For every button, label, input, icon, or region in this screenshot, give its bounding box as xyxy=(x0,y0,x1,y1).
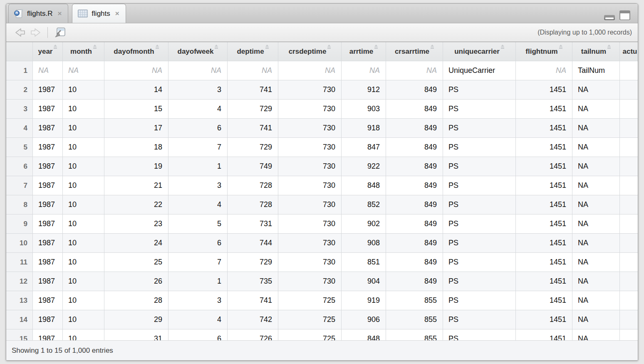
cell-crsarrtime: 849 xyxy=(386,119,443,138)
cell-dayofweek: 5 xyxy=(168,214,228,234)
cell-uniquecarrier: PS xyxy=(443,272,516,291)
sort-indicator-icon xyxy=(156,45,159,49)
column-header-tailnum[interactable]: tailnum xyxy=(572,42,620,61)
minimize-pane-icon[interactable] xyxy=(604,15,615,20)
sort-indicator-icon xyxy=(327,45,331,49)
cell-tailnum: NA xyxy=(572,119,620,138)
cell-dayofmonth: 31 xyxy=(104,329,168,340)
tab-label: flights xyxy=(92,10,110,18)
cell-tailnum: NA xyxy=(572,100,620,119)
show-in-new-window-button[interactable] xyxy=(52,26,68,39)
cell-crsdeptime: 730 xyxy=(278,100,342,119)
cell-dayofweek: 4 xyxy=(168,100,228,119)
cell-uniquecarrier: PS xyxy=(443,329,516,340)
cell-actu xyxy=(620,272,638,291)
cell-year: 1987 xyxy=(33,214,63,234)
cell-dayofmonth: 25 xyxy=(104,253,168,272)
cell-tailnum: NA xyxy=(572,195,620,214)
cell-crsarrtime: 849 xyxy=(386,234,443,253)
sort-indicator-icon xyxy=(607,45,611,49)
cell-arrtime: 906 xyxy=(342,310,386,329)
cell-tailnum: NA xyxy=(572,272,620,291)
data-grid[interactable]: yearmonthdayofmonthdayofweekdeptimecrsde… xyxy=(6,42,638,340)
column-header-dayofmonth[interactable]: dayofmonth xyxy=(104,42,168,61)
cell-arrtime: 902 xyxy=(342,214,386,234)
cell-uniquecarrier: PS xyxy=(443,234,516,253)
close-tab-icon[interactable]: × xyxy=(57,10,62,17)
row-number: 1 xyxy=(6,61,33,80)
cell-flightnum: 1451 xyxy=(516,310,572,329)
cell-actu xyxy=(620,100,638,119)
column-header-year[interactable]: year xyxy=(33,42,63,61)
cell-year: 1987 xyxy=(33,100,63,119)
cell-dayofmonth: 28 xyxy=(104,291,168,310)
cell-dayofweek: 3 xyxy=(168,291,228,310)
records-limit-note: (Displaying up to 1,000 records) xyxy=(537,29,632,36)
cell-crsdeptime: 730 xyxy=(278,157,342,176)
cell-dayofmonth: 24 xyxy=(104,234,168,253)
cell-uniquecarrier: PS xyxy=(443,119,516,138)
cell-dayofmonth: 29 xyxy=(104,310,168,329)
cell-actu xyxy=(620,80,638,100)
cell-deptime: 728 xyxy=(228,195,278,214)
table-row: 13198710283741725919855PS1451NA xyxy=(6,291,638,310)
table-row: 12198710261735730904849PS1451NA xyxy=(6,272,638,291)
cell-tailnum: NA xyxy=(572,234,620,253)
column-header-uniquecarrier[interactable]: uniquecarrier xyxy=(443,42,516,61)
row-number: 6 xyxy=(6,157,33,176)
cell-crsarrtime: 849 xyxy=(386,214,443,234)
cell-tailnum: NA xyxy=(572,157,620,176)
cell-crsarrtime: 855 xyxy=(386,329,443,340)
cell-actu xyxy=(620,214,638,234)
sort-indicator-icon xyxy=(93,45,97,49)
sort-indicator-icon xyxy=(559,45,562,49)
cell-dayofmonth: 19 xyxy=(104,157,168,176)
column-header-crsdeptime[interactable]: crsdeptime xyxy=(278,42,342,61)
cell-deptime: 728 xyxy=(228,176,278,195)
cell-uniquecarrier: PS xyxy=(443,291,516,310)
cell-uniquecarrier: PS xyxy=(443,157,516,176)
row-number: 7 xyxy=(6,176,33,195)
column-header-dayofweek[interactable]: dayofweek xyxy=(168,42,228,61)
column-header-month[interactable]: month xyxy=(63,42,104,61)
cell-month: 10 xyxy=(63,329,104,340)
table-row: 4198710176741730918849PS1451NA xyxy=(6,119,638,138)
cell-flightnum: 1451 xyxy=(516,291,572,310)
column-header-arrtime[interactable]: arrtime xyxy=(342,42,386,61)
table-row: 7198710213728730848849PS1451NA xyxy=(6,176,638,195)
cell-uniquecarrier: PS xyxy=(443,80,516,100)
table-row: 8198710224728730852849PS1451NA xyxy=(6,195,638,214)
forward-button[interactable] xyxy=(28,26,44,39)
cell-arrtime: 912 xyxy=(342,80,386,100)
cell-tailnum: NA xyxy=(572,291,620,310)
cell-tailnum: NA xyxy=(572,176,620,195)
column-header-deptime[interactable]: deptime xyxy=(228,42,278,61)
tab-flights-r[interactable]: R flights.R × xyxy=(8,4,68,23)
cell-dayofmonth: 17 xyxy=(104,119,168,138)
back-button[interactable] xyxy=(12,26,28,39)
maximize-pane-icon[interactable] xyxy=(619,10,630,20)
tab-flights[interactable]: flights × xyxy=(72,4,126,23)
cell-crsarrtime: 849 xyxy=(386,80,443,100)
column-header-actu[interactable]: actu xyxy=(620,42,638,61)
tab-label: flights.R xyxy=(27,10,52,18)
table-row: 10198710246744730908849PS1451NA xyxy=(6,234,638,253)
cell-crsdeptime: 730 xyxy=(278,119,342,138)
cell-crsdeptime: 730 xyxy=(278,138,342,157)
row-number: 10 xyxy=(6,234,33,253)
cell-crsdeptime: 725 xyxy=(278,310,342,329)
row-number: 4 xyxy=(6,119,33,138)
cell-flightnum: 1451 xyxy=(516,138,572,157)
table-row: 14198710294742725906855PS1451NA xyxy=(6,310,638,329)
cell-actu xyxy=(620,253,638,272)
column-header-crsarrtime[interactable]: crsarrtime xyxy=(386,42,443,61)
column-header-flightnum[interactable]: flightnum xyxy=(516,42,572,61)
cell-tailnum: NA xyxy=(572,80,620,100)
cell-deptime: 735 xyxy=(228,272,278,291)
table-row: 5198710187729730847849PS1451NA xyxy=(6,138,638,157)
close-tab-icon[interactable]: × xyxy=(115,10,119,17)
cell-crsdeptime: 730 xyxy=(278,272,342,291)
cell-month: 10 xyxy=(63,234,104,253)
cell-dayofweek: 4 xyxy=(168,310,228,329)
cell-crsdeptime: 730 xyxy=(278,214,342,234)
